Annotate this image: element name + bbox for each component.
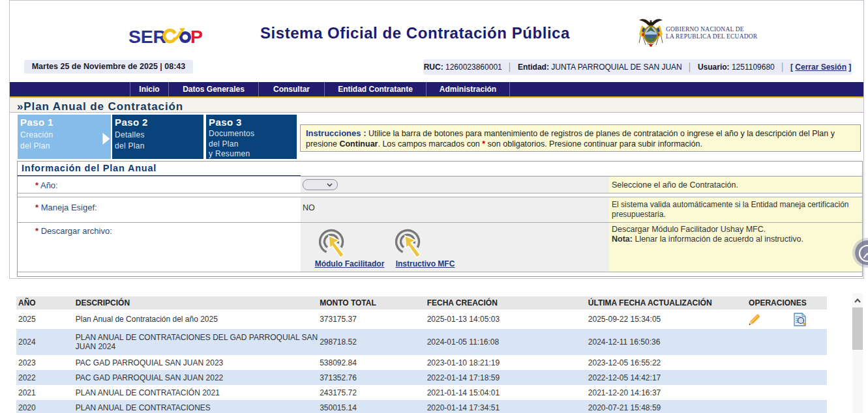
svg-text:SER: SER	[128, 26, 166, 47]
svg-text:P: P	[190, 26, 203, 47]
